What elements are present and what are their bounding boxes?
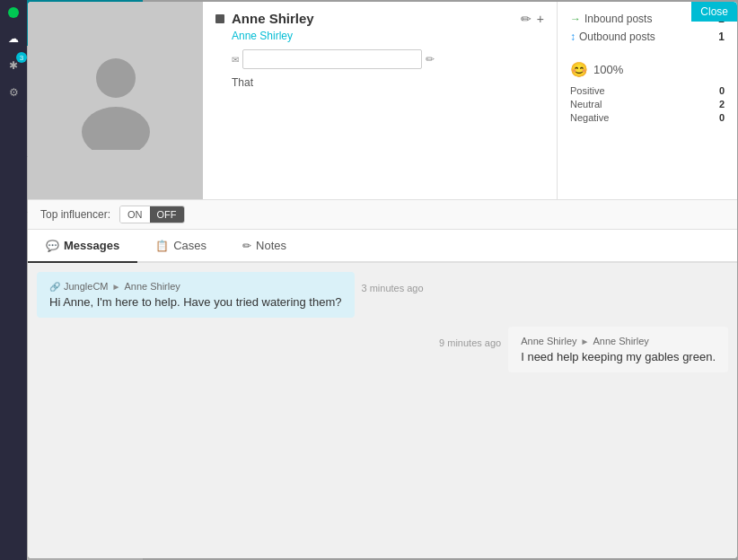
badge-count: 3 <box>16 52 27 63</box>
sender-name: JungleCM <box>64 281 109 292</box>
messages-tab-label: Messages <box>64 239 119 252</box>
modal: Close Anne Shirley ✏ <box>28 2 737 558</box>
influencer-label: Top influencer: <box>40 208 110 221</box>
negative-value: 0 <box>719 112 725 123</box>
outbound-label: ↕ Outbound posts <box>570 31 655 43</box>
input-edit-icon[interactable]: ✏ <box>426 53 435 66</box>
notes-tab-icon: ✏ <box>242 240 251 252</box>
cases-tab-icon: 📋 <box>155 240 169 252</box>
message-header: Anne Shirley ► Anne Shirley <box>521 336 716 346</box>
profile-silhouette <box>71 51 161 150</box>
recipient-name: Anne Shirley <box>593 336 648 346</box>
modal-overlay: Close Anne Shirley ✏ <box>27 0 738 560</box>
cases-tab-label: Cases <box>173 239 206 252</box>
message-input[interactable] <box>242 49 422 69</box>
neutral-value: 2 <box>719 99 725 109</box>
message-bubble-inbound: Anne Shirley ► Anne Shirley I need help … <box>508 327 728 372</box>
close-button[interactable]: Close <box>691 2 737 22</box>
recipient-name: Anne Shirley <box>124 281 180 292</box>
notes-tab-label: Notes <box>256 239 286 252</box>
inbound-arrow-icon: → <box>570 13 581 25</box>
profile-info: Anne Shirley ✏ + Anne Shirley ✉ ✏ That <box>203 2 558 199</box>
toggle-off[interactable]: OFF <box>150 206 184 223</box>
sidebar-icon-gear[interactable]: ⚙ <box>4 83 23 102</box>
tab-notes[interactable]: ✏ Notes <box>224 230 304 263</box>
profile-name: Anne Shirley <box>232 11 314 26</box>
sentiment-emoji: 😊 <box>570 61 588 78</box>
svg-point-0 <box>96 58 136 98</box>
message-row: 🔗 JungleCM ► Anne Shirley Hi Anne, I'm h… <box>37 272 728 318</box>
sender-icon: 🔗 <box>49 282 60 292</box>
influencer-bar: Top influencer: ON OFF <box>28 199 737 230</box>
outbound-value: 1 <box>718 31 725 43</box>
sidebar: ☁ ✱ 3 ⚙ <box>0 0 27 560</box>
toggle-group: ON OFF <box>119 206 185 223</box>
message-row: Anne Shirley ► Anne Shirley I need help … <box>37 327 728 372</box>
message-time: 3 minutes ago <box>362 283 424 293</box>
message-icon: ✉ <box>232 55 239 65</box>
tabs-bar: 💬 Messages 📋 Cases ✏ Notes <box>28 230 737 263</box>
negative-row: Negative 0 <box>570 112 725 123</box>
sidebar-icon-cloud[interactable]: ☁ <box>4 29 23 48</box>
message-text: Hi Anne, I'm here to help. Have you trie… <box>49 295 342 309</box>
positive-value: 0 <box>719 85 725 96</box>
positive-row: Positive 0 <box>570 85 725 96</box>
stats-panel: → Inbound posts 2 ↕ Outbound posts 1 <box>558 2 737 199</box>
edit-icon[interactable]: ✏ <box>521 12 532 26</box>
profile-icon <box>215 14 224 23</box>
outbound-stat-row: ↕ Outbound posts 1 <box>570 31 725 43</box>
message-text: I need help keeping my gables green. <box>521 350 716 363</box>
sentiment-emoji-row: 😊 100% <box>570 61 725 78</box>
negative-label: Negative <box>570 112 609 123</box>
sidebar-icon-star[interactable]: ✱ 3 <box>4 56 23 75</box>
outbound-arrow-icon: ↕ <box>570 31 575 43</box>
profile-image-area <box>28 2 203 199</box>
modal-top: Anne Shirley ✏ + Anne Shirley ✉ ✏ That <box>28 2 737 199</box>
svg-point-1 <box>82 107 150 150</box>
message-bubble-outbound: 🔗 JungleCM ► Anne Shirley Hi Anne, I'm h… <box>37 272 355 318</box>
app-wrapper: ☁ ✱ 3 ⚙ Inbox f t Case #1264245438 Read … <box>0 0 738 560</box>
messages-tab-icon: 💬 <box>46 240 59 252</box>
add-icon[interactable]: + <box>537 12 544 26</box>
arrow-icon: ► <box>581 337 590 346</box>
sender-name: Anne Shirley <box>521 336 576 346</box>
toggle-on[interactable]: ON <box>120 206 150 223</box>
tab-cases[interactable]: 📋 Cases <box>137 230 224 263</box>
positive-label: Positive <box>570 85 605 96</box>
message-input-row: ✉ ✏ <box>232 49 544 69</box>
message-header: 🔗 JungleCM ► Anne Shirley <box>49 281 342 292</box>
status-dot <box>8 7 19 18</box>
tab-messages[interactable]: 💬 Messages <box>28 230 137 263</box>
sentiment-pct: 100% <box>593 63 623 76</box>
message-time: 9 minutes ago <box>439 337 501 348</box>
profile-name-row: Anne Shirley ✏ + <box>215 11 544 26</box>
sentiment-area: 😊 100% Positive 0 Neutral 2 Negative <box>570 61 725 123</box>
arrow-icon: ► <box>112 282 121 292</box>
profile-actions: ✏ + <box>521 12 544 26</box>
messages-area: 🔗 JungleCM ► Anne Shirley Hi Anne, I'm h… <box>28 263 737 558</box>
that-text: That <box>232 76 544 89</box>
inbound-label: → Inbound posts <box>570 13 652 25</box>
neutral-row: Neutral 2 <box>570 99 725 109</box>
neutral-label: Neutral <box>570 99 602 109</box>
profile-sub-name: Anne Shirley <box>232 30 544 42</box>
